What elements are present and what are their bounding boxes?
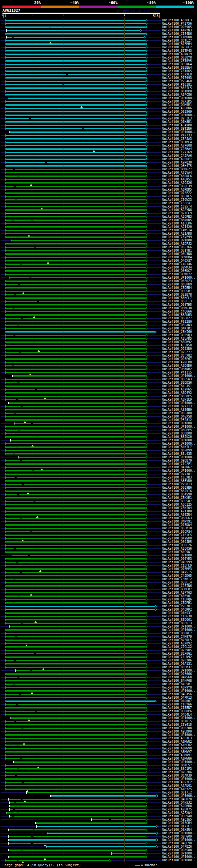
hit-label[interactable]: UniRef100_Q0JBY8 <box>162 56 192 59</box>
hit-label[interactable]: UniRef100_Q95P67 <box>162 357 192 361</box>
hit-line[interactable] <box>6 379 145 380</box>
hit-label[interactable]: UniRef100_C1BYW6 <box>162 703 192 706</box>
hit-label[interactable]: UniRef100_UPI000.. <box>162 852 195 855</box>
hit-line[interactable] <box>9 799 146 800</box>
hit-line[interactable] <box>6 287 145 288</box>
hit-label[interactable]: UniRef100_O73666 <box>162 672 192 676</box>
hit-line[interactable] <box>6 162 145 163</box>
hit-label[interactable]: UniRef100_C6T0V5 <box>162 59 192 63</box>
hit-line[interactable] <box>6 392 145 394</box>
hit-line[interactable] <box>6 443 145 444</box>
hit-line[interactable] <box>10 805 146 807</box>
hit-line[interactable] <box>6 142 145 143</box>
hit-line[interactable] <box>6 253 145 255</box>
hit-label[interactable]: UniRef100_Q9M5M1 <box>162 103 192 106</box>
hit-line[interactable] <box>6 514 145 516</box>
hit-line[interactable] <box>6 697 145 698</box>
hit-label[interactable]: UniRef100_Q0CRL5 <box>162 195 192 198</box>
hit-label[interactable]: UniRef100_C1BG30 <box>162 615 192 618</box>
hit-label[interactable]: UniRef100_UPI000.. <box>162 239 195 242</box>
hit-label[interactable]: UniRef100_UPI000.. <box>162 794 195 798</box>
hit-line[interactable] <box>6 50 145 52</box>
hit-line[interactable] <box>47 833 156 834</box>
hit-line[interactable] <box>6 613 145 614</box>
hit-line[interactable] <box>6 396 145 397</box>
hit-line[interactable] <box>36 823 145 824</box>
hit-label[interactable]: UniRef100_A9RQ30 <box>162 161 192 164</box>
hit-label[interactable]: UniRef100_A8BVU0 <box>162 479 192 483</box>
hit-label[interactable]: UniRef100_C6T065 <box>162 69 192 73</box>
hit-label[interactable]: UniRef100_Q8H4T5 <box>162 164 192 167</box>
hit-line[interactable] <box>6 311 145 312</box>
hit-line[interactable] <box>6 450 145 451</box>
hit-line[interactable] <box>6 707 145 709</box>
hit-label[interactable]: UniRef100_Q4GXS8 <box>162 415 192 418</box>
hit-line[interactable] <box>19 457 146 458</box>
hit-label[interactable]: UniRef100_P25460 <box>162 80 192 83</box>
hit-line[interactable] <box>6 121 145 123</box>
hit-line[interactable] <box>6 734 145 736</box>
hit-label[interactable]: UniRef100_C1C2F1 <box>162 462 192 466</box>
hit-line[interactable] <box>6 460 145 461</box>
hit-label[interactable]: UniRef100_UPI000.. <box>162 96 195 100</box>
hit-label[interactable]: UniRef100_C1BIC5 <box>162 533 192 537</box>
hit-line[interactable] <box>6 663 145 664</box>
hit-line[interactable] <box>9 131 146 133</box>
hit-label[interactable]: UniRef100_C3KIQ4 <box>162 506 192 509</box>
hit-line[interactable] <box>6 545 145 546</box>
hit-line[interactable] <box>6 104 145 105</box>
hit-label[interactable]: UniRef100_B4LJS1 <box>162 384 192 388</box>
hit-line[interactable] <box>6 640 145 641</box>
hit-label[interactable]: UniRef100_C5XXL8 <box>162 73 192 76</box>
hit-line[interactable] <box>6 494 145 495</box>
hit-label[interactable]: UniRef100_A8X0V2 <box>162 642 192 645</box>
hit-line[interactable] <box>6 738 145 739</box>
hit-label[interactable]: UniRef100_A8N1E9 <box>162 398 192 401</box>
hit-label[interactable]: UniRef100_B6QLJ9 <box>162 184 192 188</box>
hit-label[interactable]: UniRef100_B7FMB4 <box>162 42 192 45</box>
hit-line[interactable] <box>6 94 145 95</box>
hit-line[interactable] <box>10 802 146 803</box>
hit-label[interactable]: UniRef100_Q98TH5 <box>162 303 192 306</box>
hit-label[interactable]: UniRef100_Q38CI4 <box>162 581 192 584</box>
hit-label[interactable]: UniRef100_B7FDL5 <box>162 638 192 642</box>
hit-line[interactable] <box>6 433 145 434</box>
hit-line[interactable] <box>6 436 145 438</box>
hit-label[interactable]: UniRef100_A1DFJ2 <box>162 242 192 245</box>
hit-line[interactable] <box>6 775 145 776</box>
hit-label[interactable]: UniRef100_UPI000.. <box>162 276 195 279</box>
hit-label[interactable]: UniRef100_UPI000.. <box>162 838 195 841</box>
hit-label[interactable]: UniRef100_Q5MGJ8 <box>162 306 192 310</box>
hit-line[interactable] <box>6 785 145 786</box>
hit-line[interactable] <box>6 430 145 431</box>
hit-line[interactable] <box>6 721 145 722</box>
hit-label[interactable]: UniRef100_Q4D0U7 <box>162 699 192 703</box>
hit-label[interactable]: UniRef100_P41115 <box>162 371 192 374</box>
hit-line[interactable] <box>6 491 145 492</box>
hit-label[interactable]: UniRef100_B9IML4 <box>162 141 192 144</box>
hit-line[interactable] <box>27 792 145 793</box>
hit-line[interactable] <box>6 74 145 75</box>
hit-label[interactable]: UniRef100_P62280 <box>162 320 192 323</box>
hit-line[interactable] <box>6 420 145 421</box>
hit-label[interactable]: UniRef100_C7GLX2 <box>162 645 192 648</box>
hit-label[interactable]: UniRef100_Q22B78 <box>162 293 192 296</box>
hit-line[interactable] <box>6 406 145 407</box>
hit-line[interactable] <box>6 389 145 390</box>
hit-line[interactable] <box>6 294 145 295</box>
hit-label[interactable]: UniRef100_B5AKB3 <box>162 313 192 316</box>
hit-label[interactable]: UniRef100_C9ZIN6 <box>162 584 192 588</box>
hit-label[interactable]: UniRef100_Q66SW3 <box>162 377 192 381</box>
hit-line[interactable] <box>6 643 145 644</box>
hit-label[interactable]: UniRef100_B8C1P3 <box>162 767 192 770</box>
hit-line[interactable] <box>6 318 145 319</box>
hit-label[interactable]: UniRef100_B6HCL7 <box>162 296 192 300</box>
hit-line[interactable] <box>10 816 146 817</box>
hit-line[interactable] <box>6 572 145 573</box>
hit-label[interactable]: UniRef100_A8UAD5 <box>162 337 192 340</box>
hit-label[interactable]: UniRef100_UPI000.. <box>162 625 195 628</box>
hit-line[interactable] <box>6 369 145 370</box>
hit-line[interactable] <box>6 504 145 505</box>
hit-label[interactable]: UniRef100_A3LR50 <box>162 344 192 347</box>
hit-label[interactable]: UniRef100_Q8ITB1 <box>162 249 192 252</box>
